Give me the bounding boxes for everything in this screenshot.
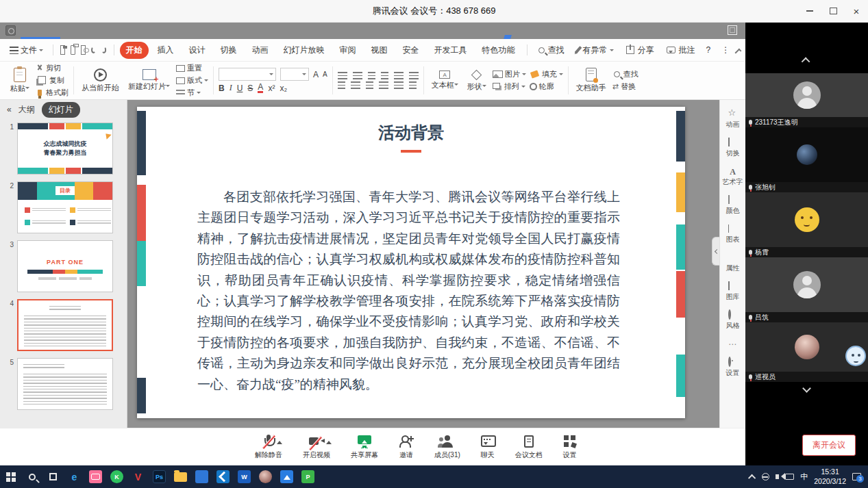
panel-collapse-handle[interactable] [712, 237, 719, 266]
meeting-docs-button[interactable]: 会议文档 [515, 434, 543, 460]
align-left-icon[interactable] [338, 81, 345, 89]
tray-expand-icon[interactable] [748, 474, 756, 481]
netdisk-app[interactable] [276, 465, 297, 488]
picture-button[interactable]: 图片 [493, 69, 526, 79]
tab-review[interactable]: 审阅 [334, 42, 362, 59]
invite-button[interactable]: 邀请 [399, 434, 414, 460]
vscode-app[interactable] [212, 465, 234, 488]
kugou-app[interactable]: K [106, 465, 127, 488]
layout-button[interactable]: 版式 [176, 75, 208, 86]
participant-tile[interactable]: 吕筑 [745, 257, 868, 322]
minimize-icon[interactable] [805, 6, 815, 16]
tab-special-features[interactable]: 特色功能 [476, 42, 521, 59]
help-button[interactable]: ? [702, 43, 715, 57]
start-video-button[interactable]: 开启视频 [303, 434, 330, 460]
new-slide-button[interactable]: 新建幻灯片 [125, 69, 173, 92]
file-menu[interactable]: 文件 [5, 42, 47, 58]
underline-button[interactable]: U [237, 84, 243, 93]
slide-thumbnail-3[interactable]: PART ONE [17, 240, 113, 292]
more-panes-button[interactable]: ⋯ [728, 339, 737, 349]
decrease-font-icon[interactable]: A [323, 70, 327, 78]
chevron-up-icon[interactable] [277, 438, 282, 444]
tab-slideshow[interactable]: 幻灯片放映 [277, 42, 331, 59]
transition-pane-button[interactable]: 切换 [726, 138, 740, 158]
font-color-button[interactable]: A [258, 83, 263, 93]
close-icon[interactable]: × [852, 6, 861, 16]
chevron-up-icon[interactable] [326, 438, 332, 444]
distribute-icon[interactable] [394, 81, 404, 89]
tab-animation[interactable]: 动画 [246, 42, 275, 59]
print-preview-icon[interactable] [81, 45, 86, 55]
superscript-button[interactable]: x² [268, 84, 275, 93]
cut-button[interactable]: 剪切 [36, 63, 69, 73]
save-icon[interactable] [60, 45, 65, 55]
unmute-button[interactable]: 解除静音 [255, 434, 282, 460]
columns-icon[interactable] [409, 72, 419, 79]
line-spacing-icon[interactable] [394, 72, 404, 79]
gallery-pane-button[interactable]: 图库 [726, 282, 740, 302]
collapse-panel-button[interactable]: « [7, 105, 12, 114]
ribbon-comment[interactable]: 批注 [661, 42, 699, 58]
undo-icon[interactable] [91, 47, 96, 53]
ime-indicator[interactable]: 中 [800, 472, 808, 482]
shape-button[interactable]: 形状 [464, 70, 489, 92]
edge-app[interactable]: e [64, 465, 85, 488]
doc-assistant-button[interactable]: 文档助手 [573, 68, 609, 93]
word-app[interactable]: W [234, 465, 255, 488]
meeting-settings-button[interactable]: 设置 [563, 434, 577, 460]
user-app[interactable] [255, 465, 276, 488]
tab-insert[interactable]: 插入 [151, 42, 180, 59]
network-icon[interactable] [762, 473, 769, 480]
settings-pane-button[interactable]: 设置 [726, 358, 740, 378]
share-screen-button[interactable]: 共享屏幕 [351, 434, 378, 460]
textbox-button[interactable]: A 文本框 [429, 70, 461, 90]
slide-thumbnail-5[interactable] [17, 358, 113, 410]
properties-pane-button[interactable]: 属性 [726, 253, 740, 273]
chart-pane-button[interactable]: 图表 [726, 224, 740, 244]
leave-meeting-button[interactable]: 离开会议 [802, 435, 856, 456]
increase-font-icon[interactable]: A [313, 70, 319, 79]
bilibili-app[interactable] [85, 465, 106, 488]
collapse-ribbon-icon[interactable] [735, 48, 742, 55]
subscript-button[interactable]: x₂ [280, 84, 287, 93]
section-button[interactable]: 节 [176, 88, 208, 98]
font-size-select[interactable] [280, 68, 309, 81]
numbering-icon[interactable] [353, 72, 362, 79]
align-center-icon[interactable] [351, 81, 360, 89]
chat-button[interactable]: 聊天 [481, 434, 495, 460]
start-button[interactable] [0, 465, 21, 488]
tab-slides[interactable]: 幻灯片 [42, 102, 80, 118]
scroll-down-button[interactable] [745, 382, 868, 394]
outline-button[interactable]: 轮廓 [530, 81, 563, 92]
color-pane-button[interactable]: 颜色 [726, 196, 740, 216]
tab-home[interactable]: 开始 [120, 42, 149, 59]
play-from-current-button[interactable]: 从当前开始 [79, 68, 122, 93]
participant-tile[interactable]: 张旭钊 [745, 127, 868, 192]
more-button[interactable]: ⋮ [717, 43, 734, 57]
tab-view[interactable]: 视图 [365, 42, 394, 59]
ribbon-share[interactable]: 分享 [621, 42, 658, 58]
ribbon-find[interactable]: 查找 [533, 42, 569, 58]
tab-transition[interactable]: 切换 [214, 42, 243, 59]
keyboard-icon[interactable] [785, 474, 794, 480]
copy-button[interactable]: 复制 [36, 75, 69, 86]
print-icon[interactable] [71, 45, 75, 55]
format-painter-button[interactable]: 格式刷 [36, 88, 69, 98]
slide-thumbnail-4[interactable] [17, 299, 113, 351]
v-app[interactable]: V [127, 465, 149, 488]
style-pane-button[interactable]: 风格 [726, 311, 740, 331]
tab-developer[interactable]: 开发工具 [428, 42, 473, 59]
animation-pane-button[interactable]: 动画 [726, 110, 740, 129]
tab-security[interactable]: 安全 [397, 42, 425, 59]
text-direction-icon[interactable] [409, 81, 417, 89]
wordart-pane-button[interactable]: A艺术字 [723, 167, 743, 187]
ribbon-abnormal[interactable]: 有异常 [571, 42, 618, 58]
align-right-icon[interactable] [366, 81, 373, 89]
file-explorer-app[interactable] [170, 465, 191, 488]
blue-app[interactable] [191, 465, 212, 488]
strikethrough-button[interactable]: S [247, 84, 253, 93]
italic-button[interactable]: I [230, 83, 232, 93]
tab-outline[interactable]: 大纲 [18, 104, 35, 116]
fill-button[interactable]: 填充 [530, 69, 563, 79]
volume-icon[interactable] [776, 474, 779, 479]
